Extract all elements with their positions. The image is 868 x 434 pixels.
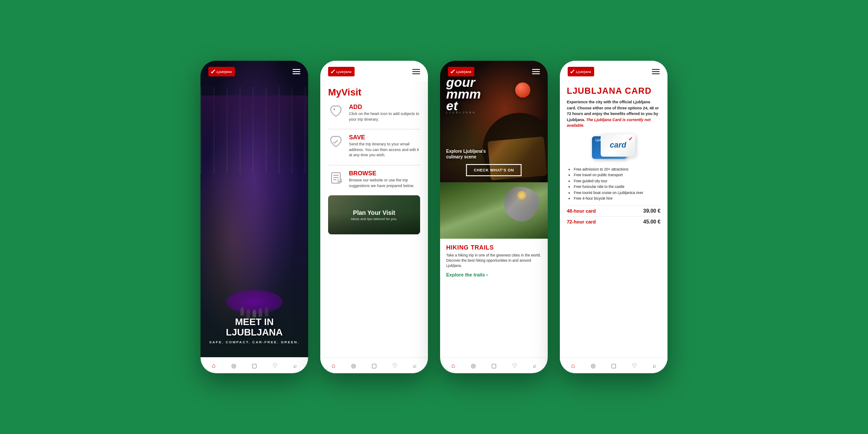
benefits-list: Free admission to 20+ attractions Free t… [567,167,661,202]
nav-compass-1[interactable]: ◎ [231,362,236,369]
ljubljana-card-image: Ljubljana card ✓ [592,134,635,162]
phone3-logo: ✓ Ljubljana [448,67,474,76]
pricing-72: 72-hour card 45.00 € [567,216,661,227]
pricing-48: 48-hour card 39.00 € [567,205,661,216]
gourmet-desc: Explore Ljubljana's culinary scene [446,148,494,160]
pricing-72-label: 72-hour card [567,219,596,224]
phone-1: ✓ Ljubljana ME [201,61,308,373]
save-label: SAVE [349,134,420,141]
phone4-header: ✓ Ljubljana [560,61,667,81]
pricing-72-price: 45.00 € [643,219,661,225]
card-v-logo: ✓ [628,136,633,142]
phone3-lower: HIKING TRAILS Take a hiking trip in one … [440,182,548,357]
nav-home-3[interactable]: ⌂ [451,362,455,369]
nav-heart-3[interactable]: ♡ [512,362,517,369]
nav-bag-3[interactable]: ▢ [491,362,496,369]
nav-bag-1[interactable]: ▢ [252,362,257,369]
feature-browse-info: BROWSE Browse our website or use the tri… [349,170,420,188]
save-heart-icon [328,134,344,149]
plan-visit-sub: Ideas and tips tailored for you. [351,217,397,221]
phone1-logo: ✓ Ljubljana [208,67,235,76]
benefit-item: Free funicular ride to the castle [574,184,661,190]
card-image-area: Ljubljana card ✓ [567,134,661,162]
phone3-bottom-nav: ⌂ ◎ ▢ ♡ ⌕ [440,357,548,373]
logo-lj-text-2: Ljubljana [336,70,352,73]
hiking-image [440,182,548,239]
logo-v-icon: ✓ [210,68,216,75]
card-content: LJUBLJANA CARD Experience the city with … [560,81,667,357]
phone-3: ✓ Ljubljana gourmmmet LJUBLJANA Explore … [440,61,548,373]
benefit-item: Free admission to 20+ attractions [574,167,661,173]
nav-home-2[interactable]: ⌂ [332,362,335,369]
browse-desc: Browse our website or use the trip sugge… [349,178,420,188]
hamburger-menu-3[interactable] [532,69,540,74]
feature-save-info: SAVE Send the trip itinerary to your ema… [349,134,420,158]
phone4-bottom-nav: ⌂ ◎ ▢ ♡ ⌕ [560,357,667,373]
hamburger-menu-1[interactable] [293,69,300,74]
hamburger-menu-2[interactable] [412,69,420,74]
nav-heart-4[interactable]: ♡ [632,362,637,369]
benefit-item: Free 4-hour bicycle hire [574,196,661,202]
logo-lj-text-3: Ljubljana [456,70,471,73]
card-white: card ✓ [601,134,635,157]
nav-heart-2[interactable]: ♡ [392,362,398,369]
nav-compass-3[interactable]: ◎ [471,362,476,369]
nav-compass-2[interactable]: ◎ [351,362,356,369]
feature-browse: BROWSE Browse our website or use the tri… [328,170,420,188]
add-heart-icon [328,103,344,119]
pricing-48-price: 39.00 € [643,208,661,214]
phone4-logo: ✓ Ljubljana [568,67,594,76]
phone2-bottom-nav: ⌂ ◎ ▢ ♡ ⌕ [320,357,428,373]
phones-container: ✓ Ljubljana ME [201,61,667,373]
hiking-section: HIKING TRAILS Take a hiking trip in one … [440,239,548,283]
nav-search-4[interactable]: ⌕ [653,362,656,369]
phone1-hero: MEET IN LJUBLJANA SAFE. COMPACT. CAR-FRE… [201,61,308,357]
plan-visit-text: Plan Your Visit [353,209,395,216]
hiking-desc: Take a hiking trip in one of the greenes… [446,253,542,269]
add-label: ADD [349,103,420,110]
logo-badge-2: ✓ Ljubljana [328,67,355,76]
plan-visit-overlay: Plan Your Visit Ideas and tips tailored … [328,195,420,234]
nav-search-3[interactable]: ⌕ [533,362,536,369]
nav-search-2[interactable]: ⌕ [413,362,417,369]
nav-bag-4[interactable]: ▢ [611,362,616,369]
nav-search-1[interactable]: ⌕ [293,362,297,369]
hiking-title: HIKING TRAILS [446,244,542,251]
plan-visit-card[interactable]: Plan Your Visit Ideas and tips tailored … [328,195,420,234]
save-desc: Send the trip itinerary to your email ad… [349,141,420,158]
feature-save: SAVE Send the trip itinerary to your ema… [328,134,420,158]
add-desc: Click on the heart icon to add subjects … [349,111,420,122]
logo-v-icon-4: ✓ [569,68,575,75]
tomato [515,82,530,98]
phone2-logo: ✓ Ljubljana [328,67,355,76]
nav-compass-4[interactable]: ◎ [591,362,595,369]
myvisit-content: MyVisit ADD Click on the heart icon to a… [320,81,428,357]
check-whats-on-button[interactable]: CHECK WHAT'S ON [466,164,522,176]
svg-line-3 [335,140,338,143]
gourmet-location: LJUBLJANA [446,111,476,114]
phone1-text-overlay: MEET IN LJUBLJANA SAFE. COMPACT. CAR-FRE… [201,308,308,357]
pricing-48-label: 48-hour card [567,208,596,214]
nav-bag-2[interactable]: ▢ [372,362,377,369]
logo-badge-4: ✓ Ljubljana [568,67,594,76]
logo-lj-text: Ljubljana [217,70,232,73]
logo-badge-3: ✓ Ljubljana [448,67,474,76]
phone1-subtitle: SAFE. COMPACT. CAR-FREE. GREEN. [209,340,299,344]
phone2-header: ✓ Ljubljana [320,61,428,81]
explore-trails-link[interactable]: Explore the trails › [446,272,542,277]
nav-home-1[interactable]: ⌂ [212,362,215,369]
phone-4: ✓ Ljubljana LJUBLJANA CARD Experience th… [560,61,667,373]
sun-glow [517,191,526,200]
nav-heart-1[interactable]: ♡ [273,362,278,369]
hamburger-menu-4[interactable] [652,69,660,74]
benefit-item: Free travel on public transport [574,172,661,178]
phone1-header: ✓ Ljubljana [201,61,308,81]
logo-badge-1: ✓ Ljubljana [208,67,235,76]
benefit-item: Free tourist boat cruise on Ljubljanica … [574,190,661,196]
nav-home-4[interactable]: ⌂ [571,362,575,369]
myvisit-title: MyVisit [328,81,420,103]
feature-add: ADD Click on the heart icon to add subje… [328,103,420,122]
phone3-header: ✓ Ljubljana [440,61,548,81]
svg-line-2 [333,142,335,143]
feature-add-info: ADD Click on the heart icon to add subje… [349,103,420,122]
